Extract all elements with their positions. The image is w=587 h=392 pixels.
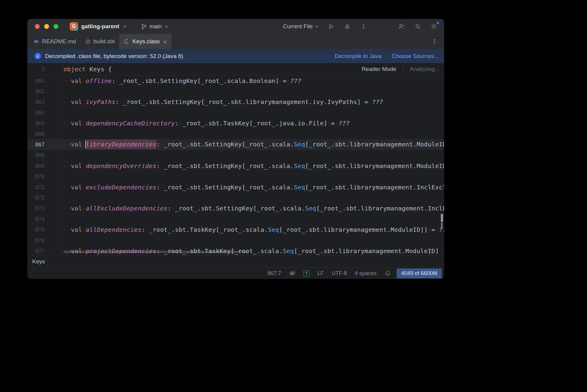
code-line[interactable]: 868 xyxy=(27,150,444,161)
code-line[interactable]: 873··val·allExcludeDependencies:·_root_.… xyxy=(27,203,444,214)
code-token: · xyxy=(327,120,331,127)
line-number[interactable]: 871 xyxy=(27,184,63,190)
notifications-bell-icon[interactable] xyxy=(380,270,395,277)
line-number[interactable]: 861 xyxy=(27,78,63,84)
tab-keys-class[interactable]: Keys.class × xyxy=(119,34,171,49)
title-bar: G gatling-parent main Current File xyxy=(27,19,444,34)
code-content: ··val·dependencyOverrides:·_root_.sbt.Se… xyxy=(63,162,444,170)
code-line[interactable]: 861··val·offline:·_root_.sbt.SettingKey[… xyxy=(27,75,444,86)
highlighting-level-eye-off-icon[interactable] xyxy=(285,270,300,277)
code-editor[interactable]: 3 object·Keys·{ Reader Mode Analyzing...… xyxy=(27,63,444,256)
decompile-to-java-link[interactable]: Decompile to Java xyxy=(334,53,381,60)
code-token: ·· xyxy=(63,120,71,127)
breadcrumb-item-keys[interactable]: Keys xyxy=(32,258,45,265)
code-token: object xyxy=(63,66,86,73)
debug-button[interactable] xyxy=(343,22,352,31)
code-token: · xyxy=(279,77,283,84)
line-number[interactable]: 865 xyxy=(27,120,63,126)
line-number[interactable]: 868 xyxy=(27,152,63,158)
run-button[interactable] xyxy=(327,22,335,31)
code-line[interactable]: 869··val·dependencyOverrides:·_root_.sbt… xyxy=(27,161,444,171)
code-line[interactable]: 871··val·excludeDependencies:·_root_.sbt… xyxy=(27,182,444,192)
close-tab-icon[interactable]: × xyxy=(163,38,167,45)
code-token: · xyxy=(160,184,164,191)
git-branch-widget[interactable]: main xyxy=(141,23,169,30)
indent-widget[interactable]: 4 spaces xyxy=(351,270,380,277)
tab-build-sbt[interactable]: build.sbt xyxy=(81,34,119,49)
breadcrumb: Keys xyxy=(27,256,444,267)
code-line[interactable]: 867··val·libraryDependencies:·_root_.sbt… xyxy=(27,139,444,150)
line-number[interactable]: 877 xyxy=(27,248,63,254)
markdown-file-icon: M↓ xyxy=(34,39,39,44)
code-line[interactable]: 875··val·allDependencies:·_root_.sbt.Tas… xyxy=(27,224,444,235)
code-token: · xyxy=(428,226,431,233)
line-number[interactable]: 876 xyxy=(27,237,63,243)
line-number[interactable]: 863 xyxy=(27,99,63,105)
code-token: Seq xyxy=(294,162,305,170)
code-token: = xyxy=(331,120,335,127)
code-token: : xyxy=(156,184,160,191)
tab-readme-md[interactable]: M↓ README.md xyxy=(30,34,81,49)
code-line[interactable]: 864 xyxy=(27,107,444,118)
settings-gear-icon[interactable] xyxy=(430,22,438,31)
code-line[interactable]: 870 xyxy=(27,171,444,182)
chevron-down-icon xyxy=(315,24,319,29)
code-token: [_root_.sbt.librarymanagement.InclE xyxy=(316,205,444,212)
caret-position-widget[interactable]: 867:7 xyxy=(264,270,285,277)
code-lines[interactable]: 861··val·offline:·_root_.sbt.SettingKey[… xyxy=(27,75,444,256)
code-token: ??? xyxy=(372,98,383,106)
code-token: : xyxy=(115,98,119,106)
memory-indicator[interactable]: 4049 of 6600M xyxy=(397,268,442,278)
code-token: ·· xyxy=(63,226,71,233)
run-configuration-selector[interactable]: Current File xyxy=(283,23,319,30)
code-line[interactable]: 876 xyxy=(27,235,444,246)
line-number[interactable]: 875 xyxy=(27,227,63,233)
sticky-header-line[interactable]: 3 object·Keys·{ Reader Mode Analyzing... xyxy=(27,63,444,75)
line-number[interactable]: 874 xyxy=(27,216,63,222)
code-token: · xyxy=(119,98,123,106)
code-line[interactable]: 865··val·dependencyCacheDirectory:·_root… xyxy=(27,118,444,129)
todo-widget[interactable]: T xyxy=(300,270,314,277)
search-everywhere-icon[interactable] xyxy=(413,22,422,31)
line-number[interactable]: 872 xyxy=(27,195,63,201)
line-number[interactable]: 869 xyxy=(27,163,63,169)
chevron-down-icon xyxy=(164,24,169,29)
line-number[interactable]: 3 xyxy=(27,66,63,72)
line-number[interactable]: 870 xyxy=(27,173,63,179)
more-actions-kebab-icon[interactable] xyxy=(359,22,368,31)
choose-sources-link[interactable]: Choose Sources... xyxy=(392,53,439,60)
line-number[interactable]: 862 xyxy=(27,88,63,94)
code-token: ??? xyxy=(290,77,301,84)
minimize-window-button[interactable] xyxy=(44,24,49,29)
horizontal-scrollbar-thumb[interactable] xyxy=(63,251,247,253)
tab-options-kebab-icon[interactable] xyxy=(425,34,444,49)
code-token: · xyxy=(160,162,164,170)
code-token: = xyxy=(364,98,368,106)
code-line[interactable]: 872 xyxy=(27,192,444,203)
line-number[interactable]: 866 xyxy=(27,131,63,137)
line-number[interactable]: 867 xyxy=(27,142,63,148)
encoding-widget[interactable]: UTF-8 xyxy=(328,270,351,277)
project-widget[interactable]: G gatling-parent xyxy=(70,22,127,31)
code-with-me-user-add-icon[interactable] xyxy=(397,22,406,31)
window-controls xyxy=(35,24,58,29)
code-token: · xyxy=(287,77,290,84)
code-token: _root_.sbt.SettingKey[_root_.scala. xyxy=(175,205,305,212)
reader-mode-toggle[interactable]: Reader Mode xyxy=(362,66,396,72)
line-number[interactable]: 864 xyxy=(27,110,63,116)
close-window-button[interactable] xyxy=(35,24,40,29)
vertical-scrollbar-thumb[interactable] xyxy=(441,214,443,222)
code-content: ··val·libraryDependencies:·_root_.sbt.Se… xyxy=(63,141,444,149)
code-line[interactable]: 863··val·ivyPaths:·_root_.sbt.SettingKey… xyxy=(27,97,444,107)
analyzing-status[interactable]: Analyzing... xyxy=(410,66,439,72)
zoom-window-button[interactable] xyxy=(54,24,58,29)
code-line[interactable]: 862 xyxy=(27,86,444,96)
code-line[interactable]: 874 xyxy=(27,214,444,224)
code-line[interactable]: 866 xyxy=(27,129,444,139)
line-separator-widget[interactable]: LF xyxy=(314,270,328,277)
code-token: · xyxy=(86,66,89,73)
editor-tab-bar: M↓ README.md build.sbt Keys.class × xyxy=(27,34,444,49)
run-configuration-label: Current File xyxy=(283,23,313,30)
line-number[interactable]: 873 xyxy=(27,205,63,211)
code-token: · xyxy=(145,226,149,233)
